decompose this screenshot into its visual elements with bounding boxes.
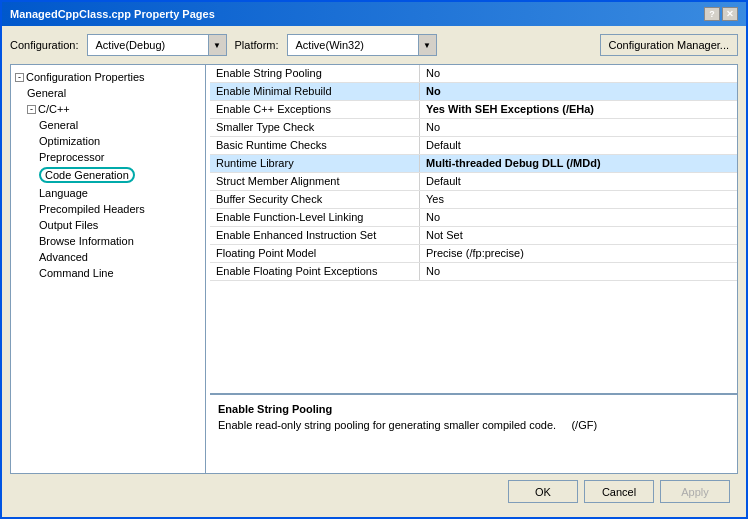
config-label: Configuration:	[10, 39, 79, 51]
property-name: Buffer Security Check	[210, 191, 420, 208]
config-manager-button[interactable]: Configuration Manager...	[600, 34, 738, 56]
table-row[interactable]: Enable Function-Level LinkingNo	[210, 209, 737, 227]
property-name: Enable Function-Level Linking	[210, 209, 420, 226]
left-panel: - Configuration Properties General - C/C…	[11, 65, 206, 473]
description-body: Enable read-only string pooling for gene…	[218, 419, 556, 431]
platform-select-wrapper[interactable]: Active(Win32) ▼	[287, 34, 437, 56]
table-row[interactable]: Floating Point ModelPrecise (/fp:precise…	[210, 245, 737, 263]
cancel-button[interactable]: Cancel	[584, 480, 654, 503]
title-bar: ManagedCppClass.cpp Property Pages ? ✕	[2, 2, 746, 26]
table-row[interactable]: Struct Member AlignmentDefault	[210, 173, 737, 191]
right-panel: Enable String PoolingNoEnable Minimal Re…	[210, 65, 737, 473]
property-name: Enable String Pooling	[210, 65, 420, 82]
code-generation-label: Code Generation	[39, 167, 135, 183]
table-row[interactable]: Enable Enhanced Instruction SetNot Set	[210, 227, 737, 245]
property-value: Yes	[420, 191, 450, 208]
platform-value: Active(Win32)	[292, 39, 384, 51]
tree-item-language[interactable]: Language	[35, 185, 205, 201]
tree-item-general[interactable]: General	[35, 117, 205, 133]
property-name: Struct Member Alignment	[210, 173, 420, 190]
table-row[interactable]: Enable Floating Point ExceptionsNo	[210, 263, 737, 281]
dialog-title: ManagedCppClass.cpp Property Pages	[10, 8, 215, 20]
expand-cpp[interactable]: -	[27, 105, 36, 114]
config-properties-label: Configuration Properties	[26, 71, 145, 83]
tree-item-general-root[interactable]: General	[23, 85, 205, 101]
description-flag: (/GF)	[571, 419, 597, 431]
close-button[interactable]: ✕	[722, 7, 738, 21]
platform-select[interactable]: Active(Win32) ▼	[287, 34, 437, 56]
property-value: No	[420, 119, 446, 136]
platform-dropdown-arrow[interactable]: ▼	[418, 35, 436, 55]
description-text: Enable read-only string pooling for gene…	[218, 419, 729, 431]
property-name: Enable Enhanced Instruction Set	[210, 227, 420, 244]
table-row[interactable]: Buffer Security CheckYes	[210, 191, 737, 209]
table-row[interactable]: Smaller Type CheckNo	[210, 119, 737, 137]
config-row: Configuration: Active(Debug) ▼ Platform:…	[10, 34, 738, 56]
tree-item-code-generation[interactable]: Code Generation	[35, 165, 205, 185]
tree-item-output-files[interactable]: Output Files	[35, 217, 205, 233]
property-value: No	[420, 83, 447, 100]
property-value: No	[420, 263, 446, 280]
tree-item-advanced[interactable]: Advanced	[35, 249, 205, 265]
platform-label: Platform:	[235, 39, 279, 51]
config-value: Active(Debug)	[92, 39, 186, 51]
tree-item-command-line[interactable]: Command Line	[35, 265, 205, 281]
property-name: Runtime Library	[210, 155, 420, 172]
properties-table: Enable String PoolingNoEnable Minimal Re…	[210, 65, 737, 393]
expand-config-properties[interactable]: -	[15, 73, 24, 82]
table-row[interactable]: Enable C++ ExceptionsYes With SEH Except…	[210, 101, 737, 119]
property-value: Not Set	[420, 227, 469, 244]
property-value: Yes With SEH Exceptions (/EHa)	[420, 101, 600, 118]
config-dropdown-arrow[interactable]: ▼	[208, 35, 226, 55]
main-content: - Configuration Properties General - C/C…	[10, 64, 738, 474]
bottom-buttons: OK Cancel Apply	[10, 474, 738, 509]
configuration-select[interactable]: Active(Debug) ▼	[87, 34, 227, 56]
property-name: Enable Minimal Rebuild	[210, 83, 420, 100]
tree-item-cpp[interactable]: - C/C++	[23, 101, 205, 117]
property-value: Precise (/fp:precise)	[420, 245, 530, 262]
cpp-label: C/C++	[38, 103, 70, 115]
tree-children-config: General - C/C++ General Optimization Pre…	[11, 85, 205, 281]
table-row[interactable]: Basic Runtime ChecksDefault	[210, 137, 737, 155]
property-value: No	[420, 65, 446, 82]
tree-item-browse-info[interactable]: Browse Information	[35, 233, 205, 249]
ok-button[interactable]: OK	[508, 480, 578, 503]
property-name: Smaller Type Check	[210, 119, 420, 136]
table-row[interactable]: Enable String PoolingNo	[210, 65, 737, 83]
config-select-wrapper[interactable]: Active(Debug) ▼	[87, 34, 227, 56]
title-bar-buttons: ? ✕	[704, 7, 738, 21]
tree-item-precompiled-headers[interactable]: Precompiled Headers	[35, 201, 205, 217]
dialog-body: Configuration: Active(Debug) ▼ Platform:…	[2, 26, 746, 517]
property-value: Multi-threaded Debug DLL (/MDd)	[420, 155, 607, 172]
property-name: Enable C++ Exceptions	[210, 101, 420, 118]
tree-item-optimization[interactable]: Optimization	[35, 133, 205, 149]
description-title: Enable String Pooling	[218, 403, 729, 415]
property-value: Default	[420, 173, 467, 190]
dialog-window: ManagedCppClass.cpp Property Pages ? ✕ C…	[0, 0, 748, 519]
tree-item-preprocessor[interactable]: Preprocessor	[35, 149, 205, 165]
help-button[interactable]: ?	[704, 7, 720, 21]
property-value: No	[420, 209, 446, 226]
table-row[interactable]: Runtime LibraryMulti-threaded Debug DLL …	[210, 155, 737, 173]
tree-item-config-properties[interactable]: - Configuration Properties	[11, 69, 205, 85]
property-name: Floating Point Model	[210, 245, 420, 262]
tree-children-cpp: General Optimization Preprocessor Code G…	[23, 117, 205, 281]
description-panel: Enable String Pooling Enable read-only s…	[210, 393, 737, 473]
table-row[interactable]: Enable Minimal RebuildNo	[210, 83, 737, 101]
apply-button[interactable]: Apply	[660, 480, 730, 503]
property-value: Default	[420, 137, 467, 154]
property-name: Enable Floating Point Exceptions	[210, 263, 420, 280]
property-name: Basic Runtime Checks	[210, 137, 420, 154]
